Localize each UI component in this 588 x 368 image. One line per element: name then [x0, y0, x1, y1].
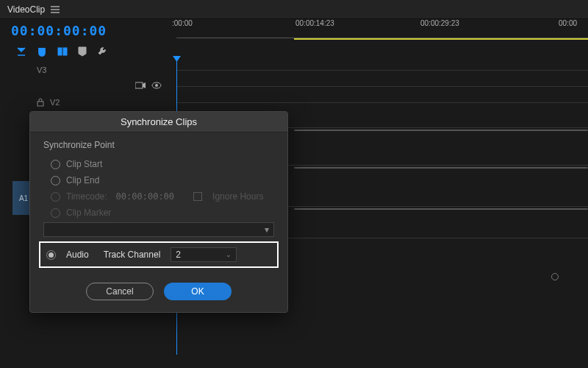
track-v2-body[interactable] — [176, 102, 588, 103]
radio-clip-start[interactable]: Clip Start — [43, 156, 274, 172]
insert-overwrite-icon[interactable] — [16, 46, 26, 57]
track-label[interactable]: V3 — [37, 66, 46, 74]
toggle-output-icon[interactable] — [135, 82, 146, 91]
track-channel-dropdown[interactable]: 2 ⌄ — [171, 247, 237, 262]
audio-clip-2[interactable]: fx L R — [294, 208, 588, 210]
time-ruler[interactable]: :00:00 00:00:14:23 00:00:29:23 00:00 — [176, 19, 588, 41]
radio-label: Clip Marker — [66, 208, 111, 218]
ok-button[interactable]: OK — [164, 283, 232, 300]
dialog-title: Synchronize Clips — [30, 112, 287, 132]
chevron-down-icon: ⌄ — [226, 251, 232, 258]
synchronize-clips-dialog: Synchronize Clips Synchronize Point Clip… — [29, 111, 288, 313]
dialog-section-label: Synchronize Point — [43, 140, 274, 150]
track-v3-row: V3 — [0, 62, 588, 78]
radio-icon — [51, 176, 60, 185]
timeline-area: 00:00:00:00 :00:00 00:00:14:23 00:00:29:… — [0, 19, 588, 368]
radio-label: Timecode: — [66, 191, 107, 202]
radio-timecode: Timecode: 00:00:00:00 Ignore Hours — [43, 188, 274, 205]
radio-icon-selected[interactable] — [46, 250, 56, 260]
dropdown-value: 2 — [176, 250, 181, 260]
svg-point-4 — [155, 84, 158, 87]
ruler-mark: 00:00:14:23 — [295, 19, 334, 27]
svg-rect-5 — [37, 102, 43, 106]
checkbox-ignore-hours — [193, 192, 202, 201]
lock-icon[interactable] — [37, 98, 44, 107]
settings-wrench-icon[interactable] — [97, 46, 107, 57]
snap-icon[interactable] — [37, 46, 47, 57]
checkbox-label: Ignore Hours — [212, 191, 263, 202]
radio-label[interactable]: Audio — [66, 250, 89, 260]
track-v2-row: V2 — [0, 94, 588, 110]
radio-label: Clip Start — [66, 159, 102, 169]
timecode-field: 00:00:00:00 — [116, 191, 174, 202]
radio-icon — [51, 192, 60, 202]
current-timecode[interactable]: 00:00:00:00 — [11, 23, 107, 38]
panel-header: VideoClip — [0, 0, 588, 19]
radio-clip-end[interactable]: Clip End — [43, 172, 274, 188]
track-v3-body[interactable] — [176, 70, 588, 71]
panel-menu-icon[interactable] — [51, 6, 60, 13]
zoom-in-handle[interactable] — [551, 273, 559, 280]
track-toggle-row — [0, 78, 588, 94]
radio-clip-marker: Clip Marker — [43, 205, 274, 221]
audio-clip-1[interactable]: fx L R — [294, 167, 588, 169]
svg-rect-1 — [63, 48, 67, 55]
track-spacer-body — [176, 86, 588, 87]
ruler-mark: 00:00 — [559, 19, 577, 27]
radio-label: Clip End — [66, 175, 99, 185]
svg-rect-0 — [58, 48, 62, 55]
work-area-bar[interactable] — [294, 38, 588, 40]
marker-icon[interactable] — [78, 46, 87, 57]
video-clip[interactable]: fx VideoClip.MP4 [V] — [294, 130, 588, 131]
clip-marker-dropdown: ▾ — [43, 222, 274, 237]
ruler-mark: :00:00 — [172, 19, 193, 27]
toggle-visibility-icon[interactable] — [151, 82, 162, 91]
radio-icon — [51, 208, 60, 218]
chevron-down-icon: ▾ — [265, 224, 269, 235]
radio-icon — [51, 160, 60, 169]
svg-rect-2 — [135, 82, 143, 88]
audio-sync-row-highlight: Audio Track Channel 2 ⌄ — [39, 241, 279, 268]
panel-title: VideoClip — [7, 4, 45, 15]
ruler-ticks: /*minor ticks drawn via repeated spans b… — [176, 40, 588, 63]
cancel-button[interactable]: Cancel — [86, 283, 154, 300]
ruler-mark: 00:00:29:23 — [420, 19, 459, 27]
track-channel-label: Track Channel — [104, 250, 161, 260]
timeline-toolbar: /*minor ticks drawn via repeated spans b… — [0, 41, 588, 62]
timecode-row: 00:00:00:00 :00:00 00:00:14:23 00:00:29:… — [0, 19, 588, 41]
linked-selection-icon[interactable] — [57, 46, 68, 57]
track-label[interactable]: V2 — [50, 98, 60, 107]
